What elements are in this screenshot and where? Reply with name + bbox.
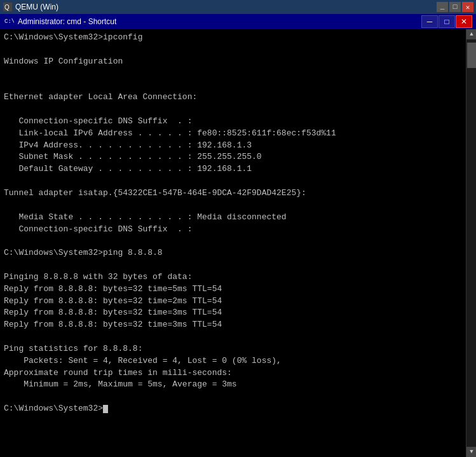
qemu-window-controls: _ □ ✕	[437, 2, 473, 12]
qemu-icon: Q	[3, 2, 13, 12]
cmd-close-btn[interactable]: ✕	[456, 15, 472, 28]
cursor	[103, 405, 108, 413]
terminal-output[interactable]: C:\Windows\System32>ipconfig Windows IP …	[0, 29, 466, 457]
cmd-maximize-btn[interactable]: □	[439, 15, 455, 28]
qemu-minimize-btn[interactable]: _	[437, 2, 448, 12]
qemu-titlebar: Q QEMU (Win) _ □ ✕	[0, 0, 476, 14]
scroll-track[interactable]	[466, 39, 476, 447]
qemu-close-btn[interactable]: ✕	[462, 2, 473, 12]
cmd-icon: C:\	[4, 15, 14, 28]
scroll-up-btn[interactable]: ▲	[466, 29, 476, 39]
cmd-title: Administrator: cmd - Shortcut	[18, 17, 418, 26]
svg-text:Q: Q	[4, 4, 10, 11]
terminal-wrapper: C:\Windows\System32>ipconfig Windows IP …	[0, 29, 476, 457]
cmd-window-controls: ─ □ ✕	[421, 15, 472, 28]
cmd-titlebar: C:\ Administrator: cmd - Shortcut ─ □ ✕	[0, 14, 476, 29]
qemu-title: QEMU (Win)	[15, 3, 434, 11]
scroll-down-btn[interactable]: ▼	[466, 447, 476, 457]
scroll-thumb[interactable]	[467, 43, 476, 68]
qemu-maximize-btn[interactable]: □	[449, 2, 461, 12]
svg-text:C:\: C:\	[4, 18, 14, 25]
scrollbar[interactable]: ▲ ▼	[466, 29, 476, 457]
cmd-minimize-btn[interactable]: ─	[421, 15, 438, 28]
